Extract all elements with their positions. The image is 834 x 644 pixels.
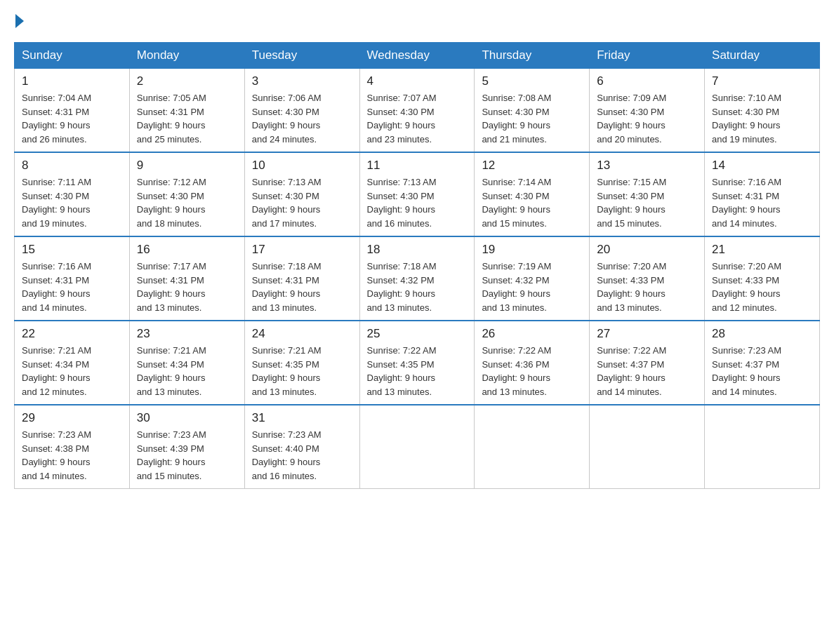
day-info: Sunrise: 7:18 AMSunset: 4:31 PMDaylight:… (252, 260, 352, 314)
day-info: Sunrise: 7:14 AMSunset: 4:30 PMDaylight:… (482, 175, 582, 230)
day-number: 5 (482, 74, 582, 88)
logo-arrow-icon (15, 14, 24, 28)
calendar-week-row: 8Sunrise: 7:11 AMSunset: 4:30 PMDaylight… (15, 152, 820, 236)
calendar-day-cell: 21Sunrise: 7:20 AMSunset: 4:33 PMDayligh… (705, 236, 820, 321)
calendar-header-row: SundayMondayTuesdayWednesdayThursdayFrid… (15, 43, 820, 69)
day-info: Sunrise: 7:23 AMSunset: 4:39 PMDaylight:… (137, 428, 237, 483)
day-info: Sunrise: 7:20 AMSunset: 4:33 PMDaylight:… (597, 260, 697, 314)
day-info: Sunrise: 7:23 AMSunset: 4:37 PMDaylight:… (712, 344, 812, 398)
day-number: 29 (22, 411, 122, 425)
calendar-header-friday: Friday (590, 43, 705, 69)
calendar-table: SundayMondayTuesdayWednesdayThursdayFrid… (14, 42, 820, 489)
day-number: 17 (252, 243, 352, 257)
calendar-day-cell: 12Sunrise: 7:14 AMSunset: 4:30 PMDayligh… (475, 152, 590, 236)
calendar-header-sunday: Sunday (15, 43, 130, 69)
day-number: 4 (367, 74, 468, 88)
calendar-day-cell: 22Sunrise: 7:21 AMSunset: 4:34 PMDayligh… (15, 321, 130, 405)
page-header (14, 14, 820, 28)
calendar-day-cell: 6Sunrise: 7:09 AMSunset: 4:30 PMDaylight… (590, 69, 705, 153)
day-number: 26 (482, 327, 582, 341)
day-info: Sunrise: 7:07 AMSunset: 4:30 PMDaylight:… (367, 91, 468, 146)
day-number: 20 (597, 243, 697, 257)
calendar-week-row: 29Sunrise: 7:23 AMSunset: 4:38 PMDayligh… (15, 405, 820, 489)
day-number: 31 (252, 411, 352, 425)
calendar-day-cell: 11Sunrise: 7:13 AMSunset: 4:30 PMDayligh… (359, 152, 475, 236)
calendar-day-cell: 1Sunrise: 7:04 AMSunset: 4:31 PMDaylight… (15, 69, 130, 153)
day-info: Sunrise: 7:21 AMSunset: 4:35 PMDaylight:… (252, 344, 352, 398)
calendar-day-cell: 17Sunrise: 7:18 AMSunset: 4:31 PMDayligh… (244, 236, 359, 321)
calendar-day-cell: 5Sunrise: 7:08 AMSunset: 4:30 PMDaylight… (475, 69, 590, 153)
day-info: Sunrise: 7:04 AMSunset: 4:31 PMDaylight:… (22, 91, 122, 146)
day-info: Sunrise: 7:22 AMSunset: 4:36 PMDaylight:… (482, 344, 582, 398)
day-number: 11 (367, 159, 468, 173)
day-number: 19 (482, 243, 582, 257)
day-info: Sunrise: 7:13 AMSunset: 4:30 PMDaylight:… (252, 175, 352, 230)
logo (14, 14, 24, 28)
day-info: Sunrise: 7:05 AMSunset: 4:31 PMDaylight:… (137, 91, 237, 146)
day-number: 22 (22, 327, 122, 341)
calendar-day-cell: 30Sunrise: 7:23 AMSunset: 4:39 PMDayligh… (129, 405, 244, 489)
calendar-day-cell: 29Sunrise: 7:23 AMSunset: 4:38 PMDayligh… (15, 405, 130, 489)
day-number: 13 (597, 159, 697, 173)
calendar-day-cell: 15Sunrise: 7:16 AMSunset: 4:31 PMDayligh… (15, 236, 130, 321)
day-info: Sunrise: 7:17 AMSunset: 4:31 PMDaylight:… (137, 260, 237, 314)
calendar-day-cell: 7Sunrise: 7:10 AMSunset: 4:30 PMDaylight… (705, 69, 820, 153)
calendar-day-cell: 8Sunrise: 7:11 AMSunset: 4:30 PMDaylight… (15, 152, 130, 236)
calendar-day-cell: 10Sunrise: 7:13 AMSunset: 4:30 PMDayligh… (244, 152, 359, 236)
day-number: 28 (712, 327, 812, 341)
day-info: Sunrise: 7:18 AMSunset: 4:32 PMDaylight:… (367, 260, 468, 314)
day-number: 14 (712, 159, 812, 173)
day-info: Sunrise: 7:08 AMSunset: 4:30 PMDaylight:… (482, 91, 582, 146)
calendar-day-cell: 28Sunrise: 7:23 AMSunset: 4:37 PMDayligh… (705, 321, 820, 405)
day-info: Sunrise: 7:19 AMSunset: 4:32 PMDaylight:… (482, 260, 582, 314)
calendar-week-row: 22Sunrise: 7:21 AMSunset: 4:34 PMDayligh… (15, 321, 820, 405)
calendar-day-cell: 2Sunrise: 7:05 AMSunset: 4:31 PMDaylight… (129, 69, 244, 153)
day-number: 23 (137, 327, 237, 341)
calendar-day-cell (475, 405, 590, 489)
day-number: 1 (22, 74, 122, 88)
calendar-day-cell: 9Sunrise: 7:12 AMSunset: 4:30 PMDaylight… (129, 152, 244, 236)
calendar-day-cell: 16Sunrise: 7:17 AMSunset: 4:31 PMDayligh… (129, 236, 244, 321)
day-info: Sunrise: 7:15 AMSunset: 4:30 PMDaylight:… (597, 175, 697, 230)
day-number: 27 (597, 327, 697, 341)
day-number: 10 (252, 159, 352, 173)
day-info: Sunrise: 7:11 AMSunset: 4:30 PMDaylight:… (22, 175, 122, 230)
day-number: 30 (137, 411, 237, 425)
calendar-header-thursday: Thursday (475, 43, 590, 69)
day-info: Sunrise: 7:23 AMSunset: 4:40 PMDaylight:… (252, 428, 352, 483)
day-number: 9 (137, 159, 237, 173)
calendar-day-cell: 19Sunrise: 7:19 AMSunset: 4:32 PMDayligh… (475, 236, 590, 321)
calendar-header-wednesday: Wednesday (359, 43, 475, 69)
day-info: Sunrise: 7:21 AMSunset: 4:34 PMDaylight:… (22, 344, 122, 398)
day-info: Sunrise: 7:06 AMSunset: 4:30 PMDaylight:… (252, 91, 352, 146)
calendar-header-saturday: Saturday (705, 43, 820, 69)
day-info: Sunrise: 7:16 AMSunset: 4:31 PMDaylight:… (712, 175, 812, 230)
calendar-week-row: 15Sunrise: 7:16 AMSunset: 4:31 PMDayligh… (15, 236, 820, 321)
calendar-day-cell: 31Sunrise: 7:23 AMSunset: 4:40 PMDayligh… (244, 405, 359, 489)
calendar-day-cell: 27Sunrise: 7:22 AMSunset: 4:37 PMDayligh… (590, 321, 705, 405)
calendar-day-cell: 26Sunrise: 7:22 AMSunset: 4:36 PMDayligh… (475, 321, 590, 405)
day-info: Sunrise: 7:21 AMSunset: 4:34 PMDaylight:… (137, 344, 237, 398)
day-number: 16 (137, 243, 237, 257)
day-number: 3 (252, 74, 352, 88)
day-info: Sunrise: 7:10 AMSunset: 4:30 PMDaylight:… (712, 91, 812, 146)
day-number: 24 (252, 327, 352, 341)
calendar-header-monday: Monday (129, 43, 244, 69)
day-number: 8 (22, 159, 122, 173)
day-number: 6 (597, 74, 697, 88)
day-info: Sunrise: 7:22 AMSunset: 4:35 PMDaylight:… (367, 344, 468, 398)
day-number: 25 (367, 327, 468, 341)
day-info: Sunrise: 7:13 AMSunset: 4:30 PMDaylight:… (367, 175, 468, 230)
day-number: 12 (482, 159, 582, 173)
day-info: Sunrise: 7:22 AMSunset: 4:37 PMDaylight:… (597, 344, 697, 398)
calendar-day-cell: 23Sunrise: 7:21 AMSunset: 4:34 PMDayligh… (129, 321, 244, 405)
calendar-day-cell (359, 405, 475, 489)
day-number: 2 (137, 74, 237, 88)
calendar-day-cell: 14Sunrise: 7:16 AMSunset: 4:31 PMDayligh… (705, 152, 820, 236)
day-info: Sunrise: 7:23 AMSunset: 4:38 PMDaylight:… (22, 428, 122, 483)
day-info: Sunrise: 7:20 AMSunset: 4:33 PMDaylight:… (712, 260, 812, 314)
calendar-header-tuesday: Tuesday (244, 43, 359, 69)
day-number: 15 (22, 243, 122, 257)
day-number: 21 (712, 243, 812, 257)
calendar-day-cell: 13Sunrise: 7:15 AMSunset: 4:30 PMDayligh… (590, 152, 705, 236)
